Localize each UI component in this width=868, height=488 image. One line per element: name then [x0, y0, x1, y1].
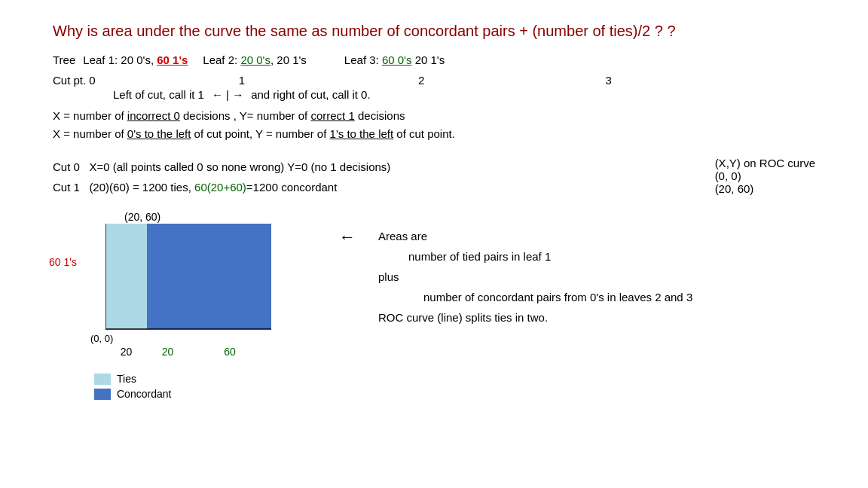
- concordant-label: Concordant: [117, 388, 171, 400]
- areas-line1: Areas are: [378, 226, 692, 246]
- cut-info-lines: Cut 0 X=0 (all points called 0 so none w…: [53, 157, 815, 197]
- areas-text-block: Areas are number of tied pairs in leaf 1…: [378, 226, 692, 328]
- areas-content: ← Areas are number of tied pairs in leaf…: [339, 226, 815, 328]
- chart-container: (20, 60) 60 1's: [83, 215, 279, 350]
- roc-section: (X,Y) on ROC curve (0, 0) (20, 60) Cut 0…: [53, 157, 815, 400]
- legend-ties: Ties: [94, 373, 294, 385]
- leaf2: Leaf 2: 20 0's, 20 1's: [203, 53, 307, 66]
- leaf3: Leaf 3: 60 0's 20 1's: [344, 53, 445, 66]
- ties-label: Ties: [117, 373, 136, 385]
- bottom-section: (20, 60) 60 1's: [53, 211, 815, 400]
- areas-line3: plus: [378, 267, 692, 287]
- left-right-line: Left of cut, call it 1 ← | → and right o…: [53, 88, 815, 101]
- areas-line5: ROC curve (line) splits ties in two.: [378, 307, 692, 328]
- page-title: Why is area under the curve the same as …: [53, 23, 815, 40]
- leaf1: Leaf 1: 20 0's, 60 1's: [83, 53, 188, 66]
- x-label-1: 20: [147, 346, 188, 358]
- bar-ties: [105, 224, 147, 329]
- areas-section: ← Areas are number of tied pairs in leaf…: [294, 211, 815, 328]
- chart-svg: [105, 224, 279, 340]
- cut-label: Cut pt. 0: [53, 74, 96, 87]
- chart-top-label: (20, 60): [124, 211, 160, 223]
- cut1-info: Cut 1 (20)(60) = 1200 ties, 60(20+60)=12…: [53, 177, 815, 197]
- xy-roc-box: (X,Y) on ROC curve (0, 0) (20, 60): [715, 157, 815, 195]
- areas-line2: number of tied pairs in leaf 1: [378, 246, 692, 267]
- cut-numbers-row: Cut pt. 0 1 2 3: [53, 74, 815, 87]
- chart-area: (20, 60) 60 1's: [53, 211, 294, 400]
- decision-line-1: X = number of incorrect 0 decisions , Y=…: [53, 107, 815, 125]
- cut-num2: 2: [418, 74, 424, 87]
- cut-num1: 1: [239, 74, 245, 87]
- bar-concordant-1: [147, 224, 188, 329]
- cut-num3: 3: [605, 74, 611, 87]
- roc-header: (X,Y) on ROC curve: [715, 157, 815, 169]
- bar-concordant-2: [188, 224, 271, 329]
- right-of-cut: and right of cut, call it 0.: [251, 88, 370, 101]
- cut0-roc: (0, 0): [715, 169, 815, 182]
- chart-origin-label: (0, 0): [90, 333, 113, 344]
- left-of-cut: Left of cut, call it 1: [113, 88, 204, 101]
- x-label-0: 20: [105, 346, 147, 358]
- left-arrow-icon: ←: [339, 227, 356, 247]
- concordant-color-box: [94, 389, 111, 400]
- tree-section: Tree Leaf 1: 20 0's, 60 1's Leaf 2: 20 0…: [53, 53, 815, 66]
- legend-concordant: Concordant: [94, 388, 294, 400]
- decision-lines: X = number of incorrect 0 decisions , Y=…: [53, 107, 815, 143]
- tree-label: Tree: [53, 53, 75, 66]
- cut0-info: Cut 0 X=0 (all points called 0 so none w…: [53, 157, 815, 177]
- chart-x-labels: 20 20 60: [105, 346, 271, 358]
- ties-color-box: [94, 374, 111, 385]
- x-label-2: 60: [188, 346, 271, 358]
- cut-points-section: Cut pt. 0 1 2 3 Left of cut, call it 1 ←…: [53, 74, 815, 101]
- legend: Ties Concordant: [94, 373, 294, 400]
- areas-line4: number of concordant pairs from 0's in l…: [378, 287, 692, 307]
- arrow-separator: ← | →: [212, 88, 243, 101]
- decision-line-2: X = number of 0's to the left of cut poi…: [53, 125, 815, 143]
- chart-y-label: 60 1's: [49, 256, 77, 268]
- cut1-roc: (20, 60): [715, 182, 815, 195]
